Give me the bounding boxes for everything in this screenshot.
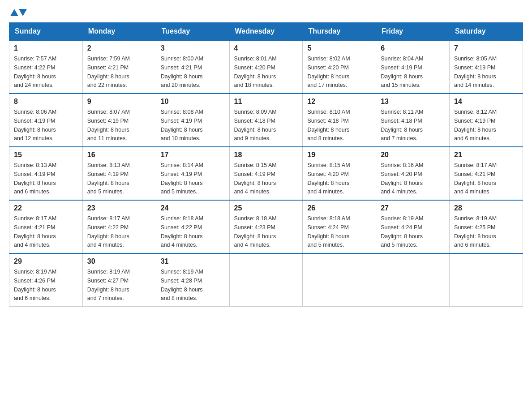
day-info: Sunrise: 8:08 AMSunset: 4:19 PMDaylight:… [161, 109, 203, 141]
day-number: 21 [454, 151, 518, 159]
day-info: Sunrise: 8:13 AMSunset: 4:19 PMDaylight:… [14, 162, 56, 195]
day-number: 20 [381, 151, 445, 159]
calendar-cell: 8 Sunrise: 8:06 AMSunset: 4:19 PMDayligh… [9, 94, 83, 147]
day-info: Sunrise: 8:02 AMSunset: 4:20 PMDaylight:… [307, 56, 350, 88]
day-number: 4 [234, 44, 298, 52]
day-info: Sunrise: 8:19 AMSunset: 4:28 PMDaylight:… [161, 269, 203, 301]
day-number: 9 [87, 98, 151, 106]
day-info: Sunrise: 8:19 AMSunset: 4:27 PMDaylight:… [87, 269, 130, 301]
day-number: 14 [454, 98, 518, 106]
col-header-thursday: Thursday [303, 23, 376, 41]
day-info: Sunrise: 8:07 AMSunset: 4:19 PMDaylight:… [87, 109, 130, 141]
day-number: 17 [161, 151, 225, 159]
day-info: Sunrise: 7:59 AMSunset: 4:21 PMDaylight:… [87, 56, 130, 88]
day-number: 29 [14, 257, 78, 265]
calendar-cell: 23 Sunrise: 8:17 AMSunset: 4:22 PMDaylig… [82, 200, 156, 253]
calendar-week-row: 15 Sunrise: 8:13 AMSunset: 4:19 PMDaylig… [9, 147, 523, 200]
day-info: Sunrise: 8:09 AMSunset: 4:18 PMDaylight:… [234, 109, 277, 141]
calendar-cell: 13 Sunrise: 8:11 AMSunset: 4:18 PMDaylig… [376, 94, 450, 147]
calendar-cell: 11 Sunrise: 8:09 AMSunset: 4:18 PMDaylig… [229, 94, 303, 147]
col-header-wednesday: Wednesday [229, 23, 303, 41]
day-info: Sunrise: 8:15 AMSunset: 4:19 PMDaylight:… [234, 162, 277, 195]
calendar-cell: 25 Sunrise: 8:18 AMSunset: 4:23 PMDaylig… [229, 200, 303, 253]
calendar-cell: 1 Sunrise: 7:57 AMSunset: 4:22 PMDayligh… [9, 40, 83, 94]
day-number: 19 [307, 151, 371, 159]
day-number: 27 [381, 204, 445, 212]
col-header-saturday: Saturday [450, 23, 523, 41]
day-number: 25 [234, 204, 298, 212]
calendar-table: SundayMondayTuesdayWednesdayThursdayFrid… [9, 22, 523, 307]
calendar-cell: 21 Sunrise: 8:17 AMSunset: 4:21 PMDaylig… [450, 147, 523, 200]
calendar-cell: 31 Sunrise: 8:19 AMSunset: 4:28 PMDaylig… [156, 253, 229, 307]
col-header-monday: Monday [82, 23, 156, 41]
calendar-cell [376, 253, 450, 307]
calendar-cell: 26 Sunrise: 8:18 AMSunset: 4:24 PMDaylig… [303, 200, 376, 253]
day-number: 24 [161, 204, 225, 212]
calendar-week-row: 29 Sunrise: 8:19 AMSunset: 4:26 PMDaylig… [9, 253, 523, 307]
day-info: Sunrise: 8:18 AMSunset: 4:22 PMDaylight:… [161, 215, 203, 248]
calendar-cell: 24 Sunrise: 8:18 AMSunset: 4:22 PMDaylig… [156, 200, 229, 253]
col-header-tuesday: Tuesday [156, 23, 229, 41]
col-header-sunday: Sunday [9, 23, 83, 41]
day-info: Sunrise: 8:18 AMSunset: 4:23 PMDaylight:… [234, 215, 277, 248]
day-info: Sunrise: 8:17 AMSunset: 4:22 PMDaylight:… [87, 215, 130, 248]
calendar-cell: 29 Sunrise: 8:19 AMSunset: 4:26 PMDaylig… [9, 253, 83, 307]
calendar-cell [229, 253, 303, 307]
day-info: Sunrise: 8:14 AMSunset: 4:19 PMDaylight:… [161, 162, 203, 195]
calendar-header-row: SundayMondayTuesdayWednesdayThursdayFrid… [9, 23, 523, 41]
logo-icon [10, 9, 27, 16]
day-info: Sunrise: 8:19 AMSunset: 4:26 PMDaylight:… [14, 269, 56, 301]
calendar-cell: 16 Sunrise: 8:13 AMSunset: 4:19 PMDaylig… [82, 147, 156, 200]
day-info: Sunrise: 8:19 AMSunset: 4:25 PMDaylight:… [454, 215, 497, 248]
day-number: 31 [161, 257, 225, 265]
day-number: 22 [14, 204, 78, 212]
day-number: 10 [161, 98, 225, 106]
col-header-friday: Friday [376, 23, 450, 41]
calendar-week-row: 1 Sunrise: 7:57 AMSunset: 4:22 PMDayligh… [9, 40, 523, 94]
calendar-cell: 3 Sunrise: 8:00 AMSunset: 4:21 PMDayligh… [156, 40, 229, 94]
calendar-cell: 15 Sunrise: 8:13 AMSunset: 4:19 PMDaylig… [9, 147, 83, 200]
calendar-cell: 14 Sunrise: 8:12 AMSunset: 4:19 PMDaylig… [450, 94, 523, 147]
calendar-week-row: 8 Sunrise: 8:06 AMSunset: 4:19 PMDayligh… [9, 94, 523, 147]
day-info: Sunrise: 8:15 AMSunset: 4:20 PMDaylight:… [307, 162, 350, 195]
day-number: 30 [87, 257, 151, 265]
day-info: Sunrise: 8:16 AMSunset: 4:20 PMDaylight:… [381, 162, 423, 195]
day-number: 18 [234, 151, 298, 159]
day-number: 1 [14, 44, 78, 52]
day-number: 3 [161, 44, 225, 52]
triangle-up-icon [10, 9, 18, 16]
day-number: 2 [87, 44, 151, 52]
calendar-cell: 12 Sunrise: 8:10 AMSunset: 4:18 PMDaylig… [303, 94, 376, 147]
day-number: 12 [307, 98, 371, 106]
day-info: Sunrise: 8:00 AMSunset: 4:21 PMDaylight:… [161, 56, 203, 88]
day-info: Sunrise: 8:01 AMSunset: 4:20 PMDaylight:… [234, 56, 277, 88]
calendar-cell [303, 253, 376, 307]
page-header [9, 9, 523, 15]
calendar-cell [450, 253, 523, 307]
day-info: Sunrise: 8:17 AMSunset: 4:21 PMDaylight:… [14, 215, 56, 248]
calendar-cell: 7 Sunrise: 8:05 AMSunset: 4:19 PMDayligh… [450, 40, 523, 94]
triangle-down-icon [19, 9, 27, 16]
logo [9, 9, 27, 15]
calendar-cell: 20 Sunrise: 8:16 AMSunset: 4:20 PMDaylig… [376, 147, 450, 200]
calendar-cell: 27 Sunrise: 8:19 AMSunset: 4:24 PMDaylig… [376, 200, 450, 253]
day-info: Sunrise: 8:10 AMSunset: 4:18 PMDaylight:… [307, 109, 350, 141]
day-number: 23 [87, 204, 151, 212]
calendar-week-row: 22 Sunrise: 8:17 AMSunset: 4:21 PMDaylig… [9, 200, 523, 253]
day-info: Sunrise: 8:06 AMSunset: 4:19 PMDaylight:… [14, 109, 56, 141]
day-number: 11 [234, 98, 298, 106]
calendar-cell: 6 Sunrise: 8:04 AMSunset: 4:19 PMDayligh… [376, 40, 450, 94]
day-number: 7 [454, 44, 518, 52]
calendar-cell: 5 Sunrise: 8:02 AMSunset: 4:20 PMDayligh… [303, 40, 376, 94]
day-info: Sunrise: 8:04 AMSunset: 4:19 PMDaylight:… [381, 56, 423, 88]
day-number: 15 [14, 151, 78, 159]
calendar-cell: 4 Sunrise: 8:01 AMSunset: 4:20 PMDayligh… [229, 40, 303, 94]
day-info: Sunrise: 8:12 AMSunset: 4:19 PMDaylight:… [454, 109, 497, 141]
day-info: Sunrise: 8:18 AMSunset: 4:24 PMDaylight:… [307, 215, 350, 248]
day-number: 5 [307, 44, 371, 52]
day-info: Sunrise: 8:13 AMSunset: 4:19 PMDaylight:… [87, 162, 130, 195]
day-number: 6 [381, 44, 445, 52]
day-number: 28 [454, 204, 518, 212]
day-info: Sunrise: 8:11 AMSunset: 4:18 PMDaylight:… [381, 109, 423, 141]
day-number: 13 [381, 98, 445, 106]
